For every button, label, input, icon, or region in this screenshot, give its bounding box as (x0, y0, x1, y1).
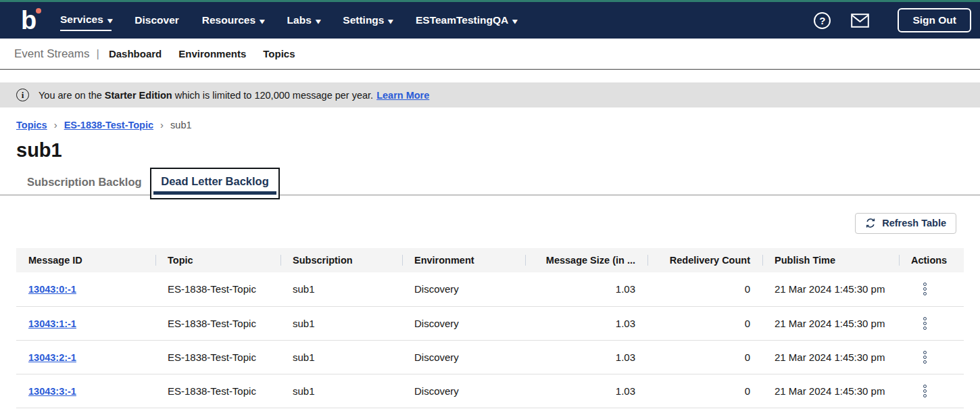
row-actions-kebab-icon[interactable] (919, 347, 931, 368)
chevron-right-icon: › (160, 119, 164, 130)
refresh-table-button[interactable]: Refresh Table (855, 213, 956, 234)
product-name: Event Streams (14, 47, 90, 61)
table-row: 13043:1:-1 ES-1838-Test-Topic sub1 Disco… (16, 306, 964, 340)
col-header-actions: Actions (899, 248, 964, 272)
row-actions-kebab-icon[interactable] (919, 381, 931, 402)
topic-cell: ES-1838-Test-Topic (155, 306, 280, 340)
nav-item-services[interactable]: Services▾ (60, 9, 112, 31)
redelivery-count-cell: 0 (647, 272, 762, 306)
secondary-nav: Event Streams | Dashboard Environments T… (0, 39, 980, 70)
table-row: 13043:0:-1 ES-1838-Test-Topic sub1 Disco… (16, 272, 964, 306)
environment-cell: Discovery (402, 272, 525, 306)
main-nav: Services▾ Discover Resources▾ Labs▾ Sett… (60, 9, 517, 31)
nav-item-labs[interactable]: Labs▾ (287, 10, 320, 30)
redelivery-count-cell: 0 (647, 374, 762, 408)
banner-text: You are on the Starter Edition which is … (39, 90, 373, 101)
publish-time-cell: 21 Mar 2024 1:45:30 pm (762, 272, 899, 306)
col-header-topic: Topic (155, 248, 280, 272)
row-actions-kebab-icon[interactable] (919, 313, 931, 334)
environment-cell: Discovery (402, 306, 525, 340)
info-icon: i (16, 89, 29, 101)
table-header-row: Message ID Topic Subscription Environmen… (16, 248, 964, 272)
chevron-down-icon: ▾ (389, 17, 393, 26)
chevron-down-icon: ▾ (107, 16, 112, 25)
learn-more-link[interactable]: Learn More (376, 90, 429, 101)
breadcrumb: Topics › ES-1838-Test-Topic › sub1 (16, 119, 964, 130)
chevron-down-icon: ▾ (260, 17, 264, 26)
breadcrumb-current: sub1 (170, 120, 191, 130)
nav-item-discover[interactable]: Discover (134, 10, 178, 30)
col-header-environment: Environment (402, 248, 525, 272)
topbar-right: ? Sign Out (814, 8, 971, 32)
nav-item-settings[interactable]: Settings▾ (343, 10, 393, 30)
logo-letter: b (21, 6, 36, 34)
subscription-cell: sub1 (280, 272, 402, 306)
publish-time-cell: 21 Mar 2024 1:45:30 pm (762, 340, 899, 374)
subscription-cell: sub1 (280, 306, 402, 340)
chevron-right-icon: › (54, 119, 57, 130)
chevron-down-icon: ▾ (512, 17, 517, 26)
subnav-item-topics[interactable]: Topics (263, 48, 295, 59)
topic-cell: ES-1838-Test-Topic (155, 374, 280, 408)
subnav-item-dashboard[interactable]: Dashboard (109, 48, 162, 59)
message-size-cell: 1.03 (525, 272, 647, 306)
starter-edition-banner: i You are on the Starter Edition which i… (0, 82, 980, 107)
topic-cell: ES-1838-Test-Topic (155, 340, 280, 374)
top-navbar: b Services▾ Discover Resources▾ Labs▾ Se… (0, 0, 980, 39)
sign-out-button[interactable]: Sign Out (898, 8, 971, 32)
help-icon[interactable]: ? (814, 12, 831, 29)
col-header-message-size: Message Size (in ... (525, 248, 647, 272)
row-actions-kebab-icon[interactable] (919, 278, 931, 299)
table-row: 13043:2:-1 ES-1838-Test-Topic sub1 Disco… (16, 340, 964, 374)
page-title: sub1 (16, 139, 964, 162)
redelivery-count-cell: 0 (647, 306, 762, 340)
col-header-message-id: Message ID (16, 248, 155, 272)
dead-letter-table: Message ID Topic Subscription Environmen… (16, 248, 964, 408)
col-header-publish-time: Publish Time (762, 248, 899, 272)
breadcrumb-topic[interactable]: ES-1838-Test-Topic (64, 120, 153, 130)
subnav-item-environments[interactable]: Environments (178, 48, 246, 59)
table-row: 13043:3:-1 ES-1838-Test-Topic sub1 Disco… (16, 374, 964, 408)
message-size-cell: 1.03 (525, 374, 647, 408)
publish-time-cell: 21 Mar 2024 1:45:30 pm (762, 374, 899, 408)
publish-time-cell: 21 Mar 2024 1:45:30 pm (762, 306, 899, 340)
message-size-cell: 1.03 (525, 306, 647, 340)
tab-subscription-backlog[interactable]: Subscription Backlog (27, 173, 142, 191)
redelivery-count-cell: 0 (647, 340, 762, 374)
chevron-down-icon: ▾ (316, 17, 320, 26)
tabs: Subscription Backlog Dead Letter Backlog (16, 168, 964, 199)
table-toolbar: Refresh Table (16, 213, 964, 234)
tab-dead-letter-backlog[interactable]: Dead Letter Backlog (150, 168, 280, 199)
message-id-link[interactable]: 13043:3:-1 (28, 386, 76, 397)
environment-cell: Discovery (402, 340, 525, 374)
brand-logo[interactable]: b (21, 5, 49, 35)
topic-cell: ES-1838-Test-Topic (155, 272, 280, 306)
subnav-separator: | (97, 47, 99, 61)
nav-item-account[interactable]: ESTeamTestingQA▾ (416, 10, 517, 30)
message-size-cell: 1.03 (525, 340, 647, 374)
message-id-link[interactable]: 13043:1:-1 (28, 318, 76, 329)
breadcrumb-topics[interactable]: Topics (16, 120, 47, 130)
subscription-cell: sub1 (280, 340, 402, 374)
col-header-subscription: Subscription (280, 248, 402, 272)
environment-cell: Discovery (402, 374, 525, 408)
refresh-icon (865, 218, 876, 228)
message-id-link[interactable]: 13043:2:-1 (28, 352, 76, 363)
col-header-redelivery-count: Redelivery Count (647, 248, 762, 272)
subscription-cell: sub1 (280, 374, 402, 408)
message-id-link[interactable]: 13043:0:-1 (28, 284, 76, 295)
mail-icon[interactable] (851, 14, 869, 28)
nav-item-resources[interactable]: Resources▾ (202, 10, 264, 30)
logo-dot-icon (36, 8, 41, 14)
